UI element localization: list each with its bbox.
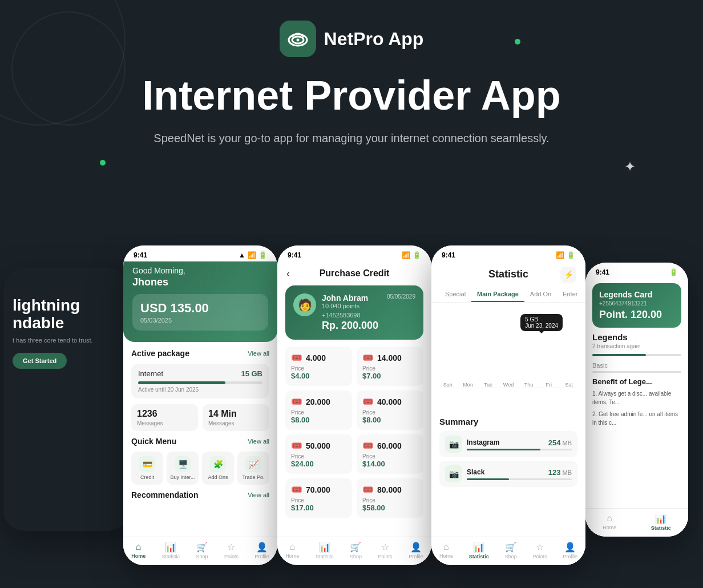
bg-dot-2 [100,160,106,166]
nav-home[interactable]: ⌂ Home [131,542,146,559]
bar-group-mon: Mon [459,311,476,388]
hero-subtitle: SpeedNet is your go-to app for managing … [153,130,549,147]
menu-item-buy-inter...[interactable]: 🖥️ Buy Inter... [167,452,199,485]
summary-item-slack: 📷 Slack 123 MB [439,461,577,487]
user-card: 🧑 John Abram 10.040 points +1452583698 R… [285,285,423,340]
nav-profile[interactable]: 👤 Profile [254,542,269,559]
bottom-nav-stat: ⌂Home 📊Statistic 🛒Shop ☆Points 👤Profile [431,537,585,565]
chart-area: 5 GBJun 23, 2024 Sun Mon Tue Wed Thu [431,308,585,411]
legends-card: Legends Card +25564374913221 Point. 120.… [592,283,681,328]
credit-grid: 🎟️ 4.000 Price $4.00 🎟️ 14.000 Price $7.… [285,347,423,518]
nav-shop[interactable]: 🛒 Shop [196,542,208,559]
back-button[interactable]: ‹ [286,268,290,280]
hero-title: Internet Provider App [142,73,560,118]
basic-divider [592,371,681,373]
bottom-nav-legends: ⌂Home 📊Statistic [585,508,688,537]
credit-option[interactable]: 🎟️ 40.000 Price $8.00 [357,390,423,430]
phone-legends: 9:41 🔋 Legends Card +25564374913221 Poin… [585,263,688,537]
credit-option[interactable]: 🎟️ 14.000 Price $7.00 [357,347,423,386]
credit-option[interactable]: 🎟️ 20.000 Price $8.00 [285,390,352,430]
bar-group-sat: Sat [561,311,577,388]
status-bar-home: 9:41 ▲📶🔋 [123,245,277,261]
status-bar-legends: 9:41 🔋 [585,263,688,279]
dark-btn[interactable]: Get Started [13,353,67,369]
bar-group-tue: Tue [480,311,496,388]
svg-point-2 [296,39,299,42]
bottom-nav-home: ⌂ Home 📊 Statistic 🛒 Shop ☆ Points 👤 [123,537,277,565]
phone-purchase: 9:41 📶🔋 ‹ Purchase Credit 🧑 John Abram 1… [277,245,431,565]
user-avatar: 🧑 [293,293,316,316]
tab-entertainment[interactable]: Entertainm... [557,287,577,302]
internet-progress [138,381,225,384]
menu-item-add-ons[interactable]: 🧩 Add Ons [202,452,234,485]
credit-option[interactable]: 🎟️ 50.000 Price $24.00 [285,434,352,474]
tab-main-package[interactable]: Main Package [471,287,524,302]
quick-menu: 💳 Credit 🖥️ Buy Inter... 🧩 Add Ons 📈 Tra… [131,452,269,485]
legends-progress [592,354,681,356]
tab-addon[interactable]: Add On [524,287,557,302]
chart-tooltip: 5 GBJun 23, 2024 [520,314,563,331]
tabs-row: Special Main Package Add On Entertainm..… [431,287,585,303]
phone-home: 9:41 ▲📶🔋 Good Morning, Jhones USD 135.00… [123,245,277,565]
menu-item-trade-po.[interactable]: 📈 Trade Po. [237,452,269,485]
logo-area: NetPro App [280,21,424,57]
phones-area: lightning ndable t has three core tend t… [0,234,703,588]
credit-option[interactable]: 🎟️ 80.000 Price $58.00 [357,478,423,518]
bar-group-sun: Sun [439,311,456,388]
menu-item-credit[interactable]: 💳 Credit [131,452,163,485]
summary-items: 📷 Instagram 254 MB 📷 Slack 123 MB [439,431,577,487]
dark-text: lightning ndable [13,297,120,332]
summary-item-instagram: 📷 Instagram 254 MB [439,431,577,457]
credit-option[interactable]: 🎟️ 70.000 Price $17.00 [285,478,352,518]
lightning-icon[interactable]: ⚡ [560,267,576,283]
phone-statistic: 9:41 📶🔋 Statistic ⚡ Special Main Package… [431,245,585,565]
tab-special[interactable]: Special [439,287,471,302]
credit-option[interactable]: 🎟️ 60.000 Price $14.00 [357,434,423,474]
credit-option[interactable]: 🎟️ 4.000 Price $4.00 [285,347,352,386]
star-decoration: ✦ [624,159,636,175]
phone-dark: lightning ndable t has three core tend t… [3,268,129,531]
status-bar-stat: 9:41 📶🔋 [431,245,585,261]
header: NetPro App Internet Provider App SpeedNe… [0,0,703,147]
app-title: NetPro App [324,29,424,50]
dark-desc: t has three core tend to trust. [13,337,120,344]
bottom-nav-purchase: ⌂Home 📊Statistic 🛒Shop ☆Points 👤Profile [277,537,431,565]
nav-points[interactable]: ☆ Points [224,542,239,559]
bar-group-wed: Wed [500,311,516,388]
app-logo [280,21,316,57]
nav-statistic[interactable]: 📊 Statistic [162,542,180,559]
status-bar-purchase: 9:41 📶🔋 [277,245,431,261]
